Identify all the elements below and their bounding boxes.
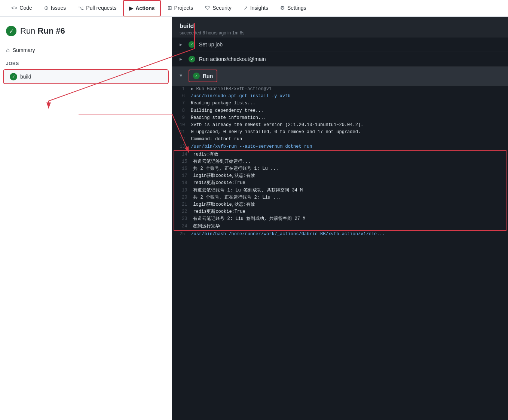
log-line: 17 login获取cookie,状态:有效	[174, 172, 506, 180]
run-title: Run Run #6	[20, 26, 65, 36]
log-highlight-block: 14 redis:有效 15 有道云笔记签到开始运行... 16 共 2 个账号…	[174, 150, 507, 231]
step-setup-success-icon: ✓	[189, 41, 195, 48]
log-highlight-lines: 14 redis:有效 15 有道云笔记签到开始运行... 16 共 2 个账号…	[174, 151, 506, 230]
log-line: 15 有道云笔记签到开始运行...	[174, 158, 506, 165]
step-run-success-icon: ✓	[193, 73, 200, 79]
nav-item-projects-label: Projects	[174, 5, 193, 11]
nav-item-pull-requests[interactable]: ⌥ Pull requests	[73, 0, 122, 16]
step-checkout-success-icon: ✓	[189, 56, 195, 62]
sidebar: ✓ Run Run #6 ⌂ Summary Jobs ✓ build	[0, 17, 172, 420]
issues-icon: ⊙	[44, 5, 49, 11]
log-job-name: build	[180, 23, 501, 30]
log-line: 20 共 2 个账号, 正在运行账号 2: Liu ...	[174, 194, 506, 201]
log-line: 8 Building dependency tree...	[172, 107, 508, 114]
security-icon: 🛡	[205, 5, 210, 11]
main-layout: ✓ Run Run #6 ⌂ Summary Jobs ✓ build buil…	[0, 17, 508, 420]
step-checkout-label: Run actions/checkout@main	[199, 56, 266, 62]
log-line: 25 /usr/bin/hash /home/runner/work/_acti…	[172, 231, 508, 238]
sidebar-summary-link[interactable]: ⌂ Summary	[0, 44, 172, 56]
log-line: 6 /usr/bin/sudo apt-get install -y xvfb	[172, 93, 508, 100]
log-line: 18 redis更新cookie:True	[174, 180, 506, 187]
chevron-right-icon-2: ▶	[180, 56, 185, 62]
nav-item-projects[interactable]: ⊞ Projects	[162, 0, 199, 16]
log-line: 11 0 upgraded, 0 newly installed, 0 to r…	[172, 129, 508, 136]
nav-item-insights-label: Insights	[250, 5, 268, 11]
summary-label: Summary	[13, 47, 35, 53]
run-number: Run #6	[37, 26, 65, 36]
log-line: 24 签到运行完毕	[174, 223, 506, 230]
nav-item-issues[interactable]: ⊙ Issues	[39, 0, 71, 16]
nav-item-settings-label: Settings	[287, 5, 306, 11]
jobs-section-label: Jobs	[0, 56, 172, 69]
nav-item-security-label: Security	[212, 5, 232, 11]
code-icon: <>	[11, 5, 17, 11]
log-line: 9 Reading state information...	[172, 114, 508, 122]
pull-requests-icon: ⌥	[78, 5, 84, 11]
log-line: 16 共 2 个账号, 正在运行账号 1: Lu ...	[174, 165, 506, 172]
log-panel: build succeeded 6 hours ago in 1m 6s ▶ ✓…	[172, 17, 508, 420]
step-run-header[interactable]: ▼ ✓ Run	[172, 67, 508, 86]
nav-item-issues-label: Issues	[51, 5, 66, 11]
top-nav: <> Code ⊙ Issues ⌥ Pull requests ▶ Actio…	[0, 0, 508, 17]
nav-item-code-label: Code	[19, 5, 32, 11]
nav-item-settings[interactable]: ⚙ Settings	[275, 0, 312, 16]
log-lines-before: 1 ▶ Run GabrielBB/xvfb-action@v1 6 /usr/…	[172, 86, 508, 150]
nav-item-insights[interactable]: ↗ Insights	[238, 0, 273, 16]
log-line: 23 有道云笔记账号 2: Liu 签到成功, 共获得空间 27 M	[174, 215, 506, 223]
log-header: build succeeded 6 hours ago in 1m 6s	[172, 17, 508, 37]
actions-icon: ▶	[129, 5, 133, 11]
projects-icon: ⊞	[168, 5, 172, 11]
nav-item-actions[interactable]: ▶ Actions	[123, 0, 160, 16]
log-lines-after: 25 /usr/bin/hash /home/runner/work/_acti…	[172, 231, 508, 238]
nav-item-code[interactable]: <> Code	[6, 0, 37, 16]
nav-item-actions-label: Actions	[135, 5, 154, 11]
log-line: 10 xvfb is already the newest version (2…	[172, 122, 508, 129]
run-step-highlight-box: ✓ Run	[189, 70, 217, 82]
run-header: ✓ Run Run #6	[0, 23, 172, 44]
log-line: 13 /usr/bin/xvfb-run --auto-servernum do…	[172, 143, 508, 150]
step-setup-job-label: Set up job	[199, 42, 223, 47]
log-line: 7 Reading package lists...	[172, 100, 508, 107]
step-setup-job[interactable]: ▶ ✓ Set up job	[172, 37, 508, 52]
log-line: 1 ▶ Run GabrielBB/xvfb-action@v1	[172, 86, 508, 93]
chevron-down-icon: ▼	[180, 73, 185, 79]
log-line: 22 redis更新cookie:True	[174, 208, 506, 215]
run-label: Run	[20, 26, 35, 36]
job-success-icon: ✓	[10, 73, 17, 80]
settings-icon: ⚙	[280, 5, 285, 11]
run-status-icon: ✓	[6, 26, 16, 36]
log-line: 21 login获取cookie,状态:有效	[174, 201, 506, 208]
home-icon: ⌂	[6, 47, 10, 53]
chevron-right-icon: ▶	[180, 42, 185, 47]
step-run-label: Run	[203, 73, 213, 79]
job-item-build-label: build	[20, 74, 31, 80]
step-checkout[interactable]: ▶ ✓ Run actions/checkout@main	[172, 52, 508, 67]
nav-item-pull-requests-label: Pull requests	[86, 5, 116, 11]
insights-icon: ↗	[244, 5, 248, 11]
log-line: 14 redis:有效	[174, 151, 506, 158]
nav-item-security[interactable]: 🛡 Security	[200, 0, 237, 16]
job-item-build[interactable]: ✓ build	[3, 69, 169, 84]
log-job-status: succeeded 6 hours ago in 1m 6s	[180, 30, 501, 36]
log-line: 19 有道云笔记账号 1: Lu 签到成功, 共获得空间 34 M	[174, 187, 506, 194]
log-line: 12 Command: dotnet run	[172, 136, 508, 143]
